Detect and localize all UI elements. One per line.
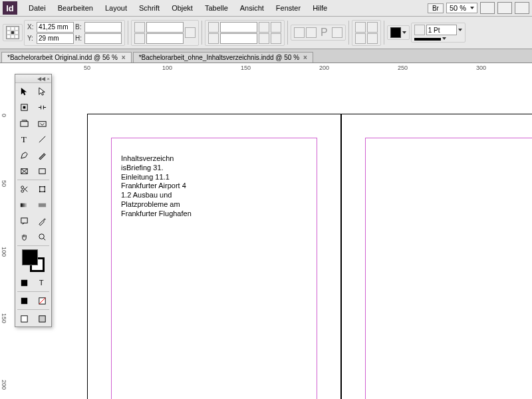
text-frame[interactable]: Inhaltsverzeichn isBriefing 31. Einleitu… — [121, 154, 192, 218]
svg-rect-17 — [39, 203, 46, 207]
ruler-tick: 150 — [241, 65, 251, 71]
scale-x-field[interactable] — [146, 22, 184, 33]
canvas[interactable]: Inhaltsverzeichn isBriefing 31. Einleitu… — [11, 74, 532, 399]
close-icon[interactable]: × — [122, 54, 126, 61]
panel-grip[interactable]: ◀◀ × — [15, 74, 51, 83]
chevron-down-icon[interactable] — [442, 37, 446, 40]
tab-label: *Bachelorarbeit_ohne_Inhaltsverzeichnis.… — [139, 54, 299, 61]
shear-icon — [208, 33, 219, 44]
gradient-swatch-tool[interactable] — [15, 197, 33, 213]
free-transform-tool[interactable] — [33, 181, 51, 197]
tools-panel[interactable]: ◀◀ × T — [15, 74, 52, 327]
menu-fenster[interactable]: Fenster — [270, 4, 307, 12]
view-options-icon[interactable] — [480, 2, 495, 14]
fill-stroke-swatch[interactable] — [22, 249, 45, 272]
menu-hilfe[interactable]: Hilfe — [307, 4, 333, 12]
gap-tool[interactable] — [33, 99, 51, 115]
stroke-weight-icon — [414, 25, 425, 35]
formatting-container-icon[interactable] — [15, 275, 33, 291]
rotate-ccw-icon[interactable] — [259, 33, 269, 44]
pencil-tool[interactable] — [33, 147, 51, 163]
screen-mode-icon[interactable] — [497, 2, 512, 14]
doc-tab-2[interactable]: *Bachelorarbeit_ohne_Inhaltsverzeichnis.… — [133, 52, 313, 63]
menu-tabelle[interactable]: Tabelle — [199, 4, 234, 12]
reference-point[interactable] — [3, 24, 23, 41]
scale-x-icon — [134, 22, 145, 33]
text-line: isBriefing 31. — [121, 164, 192, 173]
zoom-value: 50 % — [450, 4, 466, 12]
menu-objekt[interactable]: Objekt — [166, 4, 199, 12]
y-field[interactable]: 29 mm — [37, 33, 74, 44]
fill-swatch[interactable] — [22, 249, 38, 265]
line-tool[interactable] — [33, 131, 51, 147]
preview-view-icon[interactable] — [33, 311, 51, 327]
chevron-down-icon[interactable] — [402, 31, 406, 34]
workspace: 50 100 150 200 250 300 0 50 100 150 200 … — [0, 63, 532, 399]
select-container-icon[interactable] — [294, 27, 305, 38]
gradient-feather-tool[interactable] — [33, 197, 51, 213]
chevron-down-icon[interactable] — [458, 29, 462, 31]
h-label: H: — [75, 35, 83, 42]
zoom-tool[interactable] — [33, 229, 51, 245]
height-field[interactable] — [84, 33, 122, 44]
ruler-tick: 300 — [476, 65, 486, 71]
apply-none-icon[interactable] — [33, 293, 51, 309]
stroke-weight-field[interactable]: 1 Pt — [426, 25, 457, 35]
rotate-field[interactable] — [220, 22, 257, 33]
svg-point-14 — [39, 191, 41, 192]
eyedropper-tool[interactable] — [33, 213, 51, 229]
rectangle-frame-tool[interactable] — [15, 163, 33, 179]
stroke-style[interactable] — [414, 38, 441, 41]
direct-selection-tool[interactable] — [33, 83, 51, 99]
svg-point-19 — [39, 233, 45, 239]
normal-view-icon[interactable] — [15, 311, 33, 327]
constrain-icon[interactable] — [185, 27, 196, 38]
page-tool[interactable] — [15, 99, 33, 115]
pen-tool[interactable] — [15, 147, 33, 163]
rotate-cw-icon[interactable] — [259, 22, 269, 33]
svg-point-15 — [44, 191, 45, 192]
rectangle-tool[interactable] — [33, 163, 51, 179]
page-left[interactable]: Inhaltsverzeichn isBriefing 31. Einleitu… — [87, 114, 341, 399]
content-placer-tool[interactable] — [33, 115, 51, 131]
menu-datei[interactable]: Datei — [23, 4, 52, 12]
flip-h-icon[interactable] — [271, 22, 281, 33]
shear-field[interactable] — [220, 33, 257, 44]
effects-icon[interactable] — [355, 22, 366, 33]
content-collector-tool[interactable] — [15, 115, 33, 131]
zoom-select[interactable]: 50 % — [446, 3, 477, 13]
type-tool[interactable]: T — [15, 131, 33, 147]
scissors-tool[interactable] — [15, 181, 33, 197]
apply-color-icon[interactable] — [15, 293, 33, 309]
note-tool[interactable] — [15, 213, 33, 229]
ruler-origin[interactable] — [0, 63, 11, 74]
svg-line-4 — [39, 136, 45, 142]
bridge-button[interactable]: Br — [428, 3, 444, 13]
horizontal-ruler[interactable]: 50 100 150 200 250 300 — [11, 63, 532, 74]
menu-schrift[interactable]: Schrift — [133, 4, 166, 12]
x-label: X: — [27, 23, 35, 31]
x-field[interactable]: 41,25 mm — [37, 22, 74, 33]
opacity-icon[interactable] — [367, 33, 378, 44]
arrange-icon[interactable] — [515, 2, 529, 14]
close-icon[interactable]: × — [303, 54, 307, 61]
menu-layout[interactable]: Layout — [99, 4, 133, 12]
flip-v-icon[interactable] — [271, 33, 281, 44]
ruler-tick: 200 — [1, 380, 7, 390]
select-content-icon[interactable] — [306, 27, 317, 38]
menu-bearbeiten[interactable]: Bearbeiten — [52, 4, 99, 12]
ruler-tick: 150 — [1, 313, 7, 323]
page-right[interactable] — [341, 114, 532, 399]
selection-tool[interactable] — [15, 83, 33, 99]
width-field[interactable] — [84, 22, 122, 33]
fill-swatch-icon[interactable] — [390, 27, 401, 38]
hand-tool[interactable] — [15, 229, 33, 245]
wrap-icon[interactable] — [367, 22, 378, 33]
doc-tab-1[interactable]: *Bachelorarbeit Original.indd @ 56 %× — [1, 52, 132, 63]
formatting-text-icon[interactable]: T — [33, 275, 51, 291]
corner-icon[interactable] — [355, 33, 366, 44]
menu-ansicht[interactable]: Ansicht — [234, 4, 270, 12]
scale-y-field[interactable] — [146, 33, 184, 44]
vertical-ruler[interactable]: 0 50 100 150 200 — [0, 74, 11, 399]
fit-content-icon[interactable] — [332, 27, 342, 38]
